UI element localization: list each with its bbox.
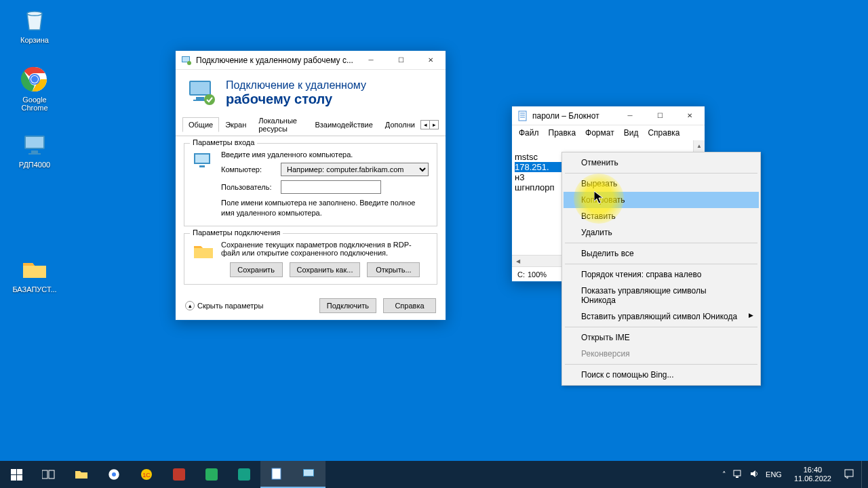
minimize-button[interactable]: ─ xyxy=(615,106,645,125)
ctx-paste[interactable]: Вставить xyxy=(564,208,759,224)
rdp-icon xyxy=(20,130,49,159)
tray-notifications-icon[interactable] xyxy=(844,468,854,481)
desktop-icon-chrome[interactable]: Google Chrome xyxy=(9,65,60,112)
connect-button[interactable]: Подключить xyxy=(319,298,376,313)
tray-clock[interactable]: 16:40 11.06.2022 xyxy=(789,466,837,483)
scroll-left-icon[interactable]: ◀ xyxy=(512,258,524,264)
maximize-button[interactable]: ☐ xyxy=(645,106,675,125)
tab-advanced[interactable]: Дополни xyxy=(379,117,421,131)
desktop-icon-label: БАЗАПУСТ... xyxy=(9,285,60,293)
tab-local-resources[interactable]: Локальные ресурсы xyxy=(252,113,309,136)
task-chrome[interactable] xyxy=(98,461,130,488)
save-as-button[interactable]: Сохранить как... xyxy=(290,262,361,277)
desktop-icon-folder[interactable]: БАЗАПУСТ... xyxy=(9,255,60,293)
menu-format[interactable]: Формат xyxy=(581,127,618,139)
rdp-title: Подключение к удаленному рабочему с... xyxy=(196,56,356,65)
svg-point-16 xyxy=(204,94,215,105)
svg-rect-26 xyxy=(11,475,16,481)
chevron-up-icon: ▴ xyxy=(185,301,195,310)
svg-rect-27 xyxy=(17,475,22,481)
tray-chevron-up-icon[interactable]: ˄ xyxy=(722,470,726,479)
ctx-select-all[interactable]: Выделить все xyxy=(564,245,759,262)
svg-point-4 xyxy=(31,76,38,83)
ctx-cut[interactable]: Вырезать xyxy=(564,176,759,192)
ctx-reconversion: Реконверсия xyxy=(564,346,759,362)
svg-rect-13 xyxy=(191,82,210,94)
ctx-delete[interactable]: Удалить xyxy=(564,224,759,241)
desktop-icon-rdp[interactable]: РДП4000 xyxy=(9,130,60,169)
scroll-up-icon[interactable]: ▲ xyxy=(694,140,705,152)
hide-options-toggle[interactable]: ▴ Скрыть параметры xyxy=(185,301,313,310)
close-button[interactable]: ✕ xyxy=(416,51,446,70)
task-app2[interactable] xyxy=(195,461,228,488)
group-login: Параметры входа Введите имя удаленного к… xyxy=(184,143,437,226)
computer-label: Компьютер: xyxy=(221,165,275,174)
ctx-copy[interactable]: Копировать xyxy=(564,192,759,208)
tray-volume-icon[interactable] xyxy=(749,469,759,480)
svg-rect-14 xyxy=(196,97,204,100)
tab-experience[interactable]: Взаимодействие xyxy=(309,117,378,131)
separator xyxy=(565,364,757,365)
ctx-undo[interactable]: Отменить xyxy=(564,155,759,171)
desktop-icon-label: РДП4000 xyxy=(9,161,60,169)
ctx-show-unicode[interactable]: Показать управляющие символы Юникода xyxy=(564,283,759,308)
tab-scroll-right[interactable]: ▸ xyxy=(429,120,439,129)
recycle-bin-icon xyxy=(20,5,49,34)
rdp-titlebar[interactable]: Подключение к удаленному рабочему с... ─… xyxy=(176,51,446,70)
rdp-titlebar-icon xyxy=(181,55,192,66)
rdp-header-icon xyxy=(186,78,216,108)
separator xyxy=(565,243,757,243)
computer-icon xyxy=(193,150,214,174)
status-col: С: xyxy=(517,270,525,279)
svg-rect-40 xyxy=(734,470,741,476)
ctx-rtl[interactable]: Порядок чтения: справа налево xyxy=(564,266,759,283)
separator xyxy=(565,173,757,174)
ctx-open-ime[interactable]: Открыть IME xyxy=(564,329,759,346)
login-prompt: Введите имя удаленного компьютера. xyxy=(221,150,429,159)
help-button[interactable]: Справка xyxy=(383,298,436,313)
folder-open-icon xyxy=(193,241,214,264)
maximize-button[interactable]: ☐ xyxy=(386,51,416,70)
menu-help[interactable]: Справка xyxy=(644,127,684,139)
selected-text: 178.251. xyxy=(515,162,549,172)
rdp-tabs: Общие Экран Локальные ресурсы Взаимодейс… xyxy=(176,113,446,136)
task-app1[interactable] xyxy=(163,461,195,488)
minimize-button[interactable]: ─ xyxy=(356,51,386,70)
tab-scroll-left[interactable]: ◂ xyxy=(420,120,430,129)
ctx-insert-unicode[interactable]: Вставить управляющий символ Юникода▶ xyxy=(564,308,759,325)
computer-input[interactable]: Например: computer.fabrikam.com xyxy=(281,163,429,176)
svg-rect-7 xyxy=(31,150,38,153)
svg-rect-42 xyxy=(845,470,853,476)
rdp-header-line2: рабочему столу xyxy=(226,92,366,107)
ctx-bing-search[interactable]: Поиск с помощью Bing... xyxy=(564,367,759,383)
menu-file[interactable]: Файл xyxy=(515,127,543,139)
desktop-icon-recycle-bin[interactable]: Корзина xyxy=(9,5,60,44)
start-button[interactable] xyxy=(0,461,33,488)
tab-general[interactable]: Общие xyxy=(182,117,219,132)
group-login-legend: Параметры входа xyxy=(190,138,257,146)
task-notepad[interactable] xyxy=(260,461,293,488)
tray-network-icon[interactable] xyxy=(733,469,743,480)
tray-lang[interactable]: ENG xyxy=(766,470,782,479)
svg-point-11 xyxy=(187,61,191,65)
tab-screen[interactable]: Экран xyxy=(219,117,252,131)
notepad-menubar: Файл Правка Формат Вид Справка xyxy=(512,125,705,140)
menu-edit[interactable]: Правка xyxy=(545,127,580,139)
taskview-button[interactable] xyxy=(33,461,65,488)
task-1c[interactable]: 1C xyxy=(130,461,163,488)
connection-text: Сохранение текущих параметров подключени… xyxy=(221,241,429,257)
folder-icon xyxy=(20,255,49,283)
task-explorer[interactable] xyxy=(65,461,98,488)
save-button[interactable]: Сохранить xyxy=(230,262,283,277)
svg-rect-18 xyxy=(195,155,209,163)
svg-rect-6 xyxy=(26,137,43,148)
menu-view[interactable]: Вид xyxy=(620,127,643,139)
show-desktop-button[interactable] xyxy=(861,461,865,488)
group-connection: Параметры подключения Сохранение текущих… xyxy=(184,233,437,285)
close-button[interactable]: ✕ xyxy=(675,106,705,125)
user-input[interactable] xyxy=(281,180,381,194)
task-app3[interactable] xyxy=(228,461,260,488)
notepad-titlebar[interactable]: пароли – Блокнот ─ ☐ ✕ xyxy=(512,106,705,125)
open-button[interactable]: Открыть... xyxy=(367,262,420,277)
task-rdp[interactable] xyxy=(293,461,326,488)
